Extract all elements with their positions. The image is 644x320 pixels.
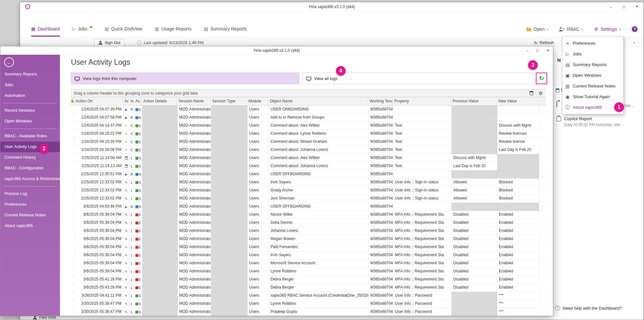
sidebar-item-comment-history[interactable]: Comment History <box>0 152 60 163</box>
column-header-action-on-1[interactable]: Action On <box>74 97 123 105</box>
settings-menu-item-open-windows[interactable]: ▣Open Windows <box>562 70 623 81</box>
settings-menu-item-summary-reports[interactable]: ▤Summary Reports <box>562 59 623 70</box>
sidebar-item-preferences[interactable]: Preferences <box>0 199 60 210</box>
table-row[interactable]: 3/6/2025 05:39:04 PM✎LEMOD Administrator… <box>71 268 546 276</box>
table-row[interactable]: 1/24/2025 04:16:06 PM✳CSMOD Administrato… <box>71 146 546 154</box>
sidebar-item-current-release-notes[interactable]: Current Release Notes <box>0 210 60 221</box>
refresh-logs-button[interactable] <box>536 73 547 84</box>
table-row[interactable]: 1/24/2025 04:07:39 PM▶RNMOD Administrato… <box>71 106 546 114</box>
help-button[interactable]: ? <box>632 26 638 32</box>
table-row[interactable]: 1/24/2025 04:15:22 PM✳CSMOD Administrato… <box>71 130 546 138</box>
sign-out-button[interactable]: Sign Out <box>94 39 125 47</box>
settings-menu-item-show-tutorial-again[interactable]: ◉Show Tutorial Again <box>562 91 623 102</box>
cell-lock <box>71 170 75 178</box>
table-row[interactable]: 1/24/2025 04:15:39 PM✳CSMOD Administrato… <box>71 138 546 146</box>
grid-body: 1/24/2025 04:07:39 PM▶RNMOD Administrato… <box>71 106 546 316</box>
scheduled-report-item[interactable] <box>557 101 557 107</box>
tab-quick-gridview[interactable]: Quick GridView <box>105 22 142 37</box>
table-row[interactable]: 3/6/2025 05:39:04 PM✎LEMOD Administrator… <box>71 259 546 268</box>
column-header-property-11[interactable]: Property <box>393 97 451 105</box>
minimize-button[interactable] <box>522 47 532 54</box>
column-header-session-type-7[interactable]: Session Type <box>211 97 247 105</box>
cell-action-1: ✎ <box>123 259 129 268</box>
table-row[interactable]: 3/6/2025 05:39:04 PM✎LEMOD Administrator… <box>71 219 546 227</box>
maximize-button[interactable] <box>532 47 543 54</box>
cell-action-2: L <box>129 154 134 162</box>
cell-new-value: Enabled <box>497 268 539 276</box>
collapse-chevron-icon[interactable] <box>633 41 635 44</box>
table-row[interactable]: 2/25/2025 12:33:02 PM✎LSMOD Administrato… <box>71 195 546 203</box>
status-chip-icon <box>135 181 138 184</box>
table-row[interactable]: 3/26/2025 04:41:11 PM✎LSMOD Administrato… <box>71 292 546 300</box>
table-row[interactable]: 2/25/2025 12:33:02 PM✎LSMOD Administrato… <box>71 178 546 187</box>
column-header-object-name-9[interactable]: Object Name <box>268 97 368 105</box>
table-row[interactable]: 3/6/2025 05:39:04 PM✎LEMOD Administrator… <box>71 211 546 219</box>
copilot-report-item[interactable]: Copilot Report Daily At 05:02 PM everyda… <box>557 116 644 127</box>
table-row[interactable]: 2/25/2025 12:33:02 PM✎LSMOD Administrato… <box>71 187 546 195</box>
table-row[interactable]: 3/6/2025 04:53:46 PM▶RNMOD Administrator… <box>71 203 546 211</box>
column-header-session-name-6[interactable]: Session Name <box>177 97 211 105</box>
column-header-ac-4[interactable]: Ac... <box>134 97 142 105</box>
settings-menu-item-current-release-notes[interactable]: ▥Current Release Notes <box>562 81 623 91</box>
cell-previous-value: Disabled <box>452 235 497 243</box>
column-header-action-details-5[interactable]: Action Details <box>142 97 177 105</box>
settings-menu-item-preferences[interactable]: ≡Preferences <box>562 38 623 49</box>
sidebar-item-rbac-available-roles[interactable]: RBAC - Available Roles <box>0 131 60 142</box>
tab-dashboard[interactable]: Dashboard <box>31 22 60 37</box>
grouping-zone[interactable]: Drag a column header to this grouping zo… <box>71 89 546 97</box>
table-row[interactable]: 3/30/2025 05:38:47 PM✎LSMOD Administrato… <box>71 308 546 316</box>
table-row[interactable]: 3/6/2025 05:39:04 PM✎LEMOD Administrator… <box>71 227 546 235</box>
view-local-logs-button[interactable]: View logs from this computer <box>71 73 299 84</box>
status-letter: S <box>139 300 141 308</box>
sidebar-item-rbac-configuration[interactable]: RBAC - Configuration <box>0 163 60 174</box>
maximize-button[interactable] <box>617 3 630 11</box>
sidebar-item-jobs[interactable]: Jobs <box>0 80 60 90</box>
sidebar-item-user-activity-logs[interactable]: User Activity Logs <box>0 142 60 152</box>
column-header-previous-value-12[interactable]: Previous Value <box>451 97 497 105</box>
table-row[interactable]: 3/30/2025 05:38:47 PM✎LSMOD Administrato… <box>71 300 546 308</box>
tab-usage-reports[interactable]: Usage Reports <box>155 22 192 37</box>
table-row[interactable]: 3/6/2025 05:39:04 PM✎LEMOD Administrator… <box>71 235 546 243</box>
table-row[interactable]: 1/24/2025 04:07:58 PM▶RNMOD Administrato… <box>71 114 546 122</box>
column-header-module-8[interactable]: Module <box>247 97 268 105</box>
trash-icon[interactable] <box>530 91 533 95</box>
sidebar-item-sapio365-access-restrictions[interactable]: sapio365 Access & Restrictions <box>0 174 60 184</box>
table-row[interactable]: 3/6/2025 05:39:04 PM✎LEMOD Administrator… <box>71 251 546 259</box>
table-row[interactable]: 2/25/2025 11:14:04 AMLSMOD Administrator… <box>71 154 546 162</box>
column-header-ac-2[interactable]: Ac... <box>123 97 129 105</box>
table-row[interactable]: 3/6/2025 05:39:04 PM✎LEMOD Administrator… <box>71 243 546 251</box>
tab-jobs[interactable]: Jobs <box>72 22 92 37</box>
sidebar-item-process-log[interactable]: Process Log <box>0 189 60 199</box>
minimize-button[interactable] <box>604 3 617 11</box>
cell-session-type <box>211 235 247 243</box>
sidebar-item-recent-sessions[interactable]: Recent Sessions <box>0 105 60 116</box>
table-row[interactable]: 3/6/2025 05:43:26 PM✎LEMOD Administrator… <box>71 284 546 292</box>
sidebar-item-open-windows[interactable]: Open Windows <box>0 116 60 127</box>
sidebar-item-about-sapio365[interactable]: About sapio365 <box>0 221 60 231</box>
cell-action-on: 3/6/2025 05:39:04 PM <box>75 268 123 276</box>
column-header-ac-3[interactable]: Ac... <box>129 97 134 105</box>
rbac-menu-button[interactable]: RBAC <box>559 27 583 32</box>
settings-menu-item-jobs[interactable]: ▷Jobs <box>562 49 623 59</box>
tab-summary-reports[interactable]: Summary Reports <box>204 22 247 37</box>
table-row[interactable]: 2/25/2025 11:14:13 AMLSMOD Administrator… <box>71 162 546 170</box>
overlay-body: Summary ReportsJobsAutomationRecent Sess… <box>0 55 553 316</box>
open-menu-button[interactable]: Open <box>526 27 548 32</box>
menu-label: Open <box>534 27 545 32</box>
table-row[interactable]: 1/24/2025 04:14:37 PM✳CSMOD Administrato… <box>71 122 546 130</box>
grid-settings-gear-icon[interactable] <box>538 91 543 96</box>
table-row[interactable]: 2/25/2025 12:30:51 PM▶RNMOD Administrato… <box>71 170 546 178</box>
refresh-button[interactable]: Refresh <box>534 40 554 45</box>
column-header-working-tenant-10[interactable]: Working Tenant <box>368 97 393 105</box>
sidebar-item-summary-reports[interactable]: Summary Reports <box>0 69 60 80</box>
column-header-new-value-13[interactable]: New Value <box>497 97 538 105</box>
cell-new-value: *** <box>497 292 539 300</box>
sidebar-item-automation[interactable]: Automation <box>0 90 60 101</box>
need-help-link[interactable]: ? Need help with the Dashboard? <box>555 305 622 311</box>
table-row[interactable]: 3/6/2025 05:41:28 PM✎LEMOD Administrator… <box>71 276 546 284</box>
close-button[interactable] <box>543 47 553 54</box>
close-button[interactable] <box>630 3 643 11</box>
settings-menu-button[interactable]: Settings <box>594 27 621 32</box>
back-button[interactable] <box>4 57 14 67</box>
cell-lock <box>71 308 75 316</box>
